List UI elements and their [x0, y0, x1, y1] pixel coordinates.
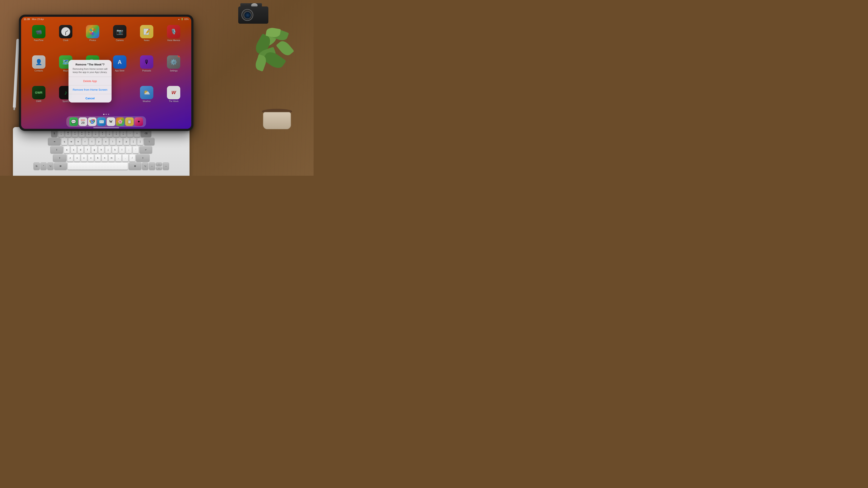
leaf — [276, 39, 294, 58]
camera-lens — [242, 9, 253, 21]
key-e[interactable]: e — [75, 138, 81, 145]
arrow-up-down-group: ↑ ↓ — [156, 162, 162, 170]
key-alt-left[interactable]: ⌥ — [48, 162, 54, 170]
key-alt-right[interactable]: ⌥ — [142, 162, 148, 170]
key-capslock[interactable]: ⇪ — [51, 146, 63, 153]
dialog-message: Removing from Home screen will keep the … — [68, 67, 112, 77]
keyboard-row-modifiers: fn ⌃ ⌥ ⌘ ⌘ ⌥ ← ↑ ↓ → — [15, 162, 187, 170]
key-d[interactable]: d — [78, 146, 84, 153]
key-a[interactable]: a — [64, 146, 70, 153]
key-u[interactable]: u — [103, 138, 109, 145]
dialog-title: Remove "The Week"? — [68, 60, 112, 67]
key-j[interactable]: j — [105, 146, 111, 153]
plant-decoration — [247, 26, 307, 133]
key-space[interactable] — [68, 162, 128, 170]
key-r[interactable]: r — [82, 138, 88, 145]
key-lshift[interactable]: ⇧ — [53, 154, 66, 161]
key-p[interactable]: p — [123, 138, 129, 145]
key-cmd-left[interactable]: ⌘ — [54, 162, 67, 170]
key-tab[interactable]: ⇥ — [48, 138, 61, 145]
key-z[interactable]: z — [67, 154, 73, 161]
key-slash[interactable]: / — [129, 154, 135, 161]
magic-keyboard: § !1 @2 #3 $4 %5 ^6 &7 *8 (9 )0 - = ⌫ ⇥ … — [13, 127, 190, 176]
key-cmd-right[interactable]: ⌘ — [129, 162, 141, 170]
key-quote[interactable]: ' — [133, 146, 139, 153]
key-y[interactable]: y — [96, 138, 102, 145]
key-enter[interactable]: ↵ — [140, 146, 152, 153]
key-arrow-left[interactable]: ← — [149, 162, 155, 170]
key-fn[interactable]: fn — [34, 162, 40, 170]
key-t[interactable]: t — [89, 138, 95, 145]
key-arrow-down[interactable]: ↓ — [156, 166, 162, 170]
camera-decoration — [236, 2, 271, 28]
key-period[interactable]: . — [122, 154, 128, 161]
key-l[interactable]: l — [119, 146, 125, 153]
key-f[interactable]: f — [85, 146, 90, 153]
key-k[interactable]: k — [112, 146, 118, 153]
key-m[interactable]: m — [108, 154, 115, 161]
keyboard-row-qwerty: ⇥ q w e r t y u i o p [ ] \ — [15, 138, 187, 145]
key-rshift[interactable]: ⇧ — [136, 154, 150, 161]
key-i[interactable]: i — [110, 138, 116, 145]
key-b[interactable]: b — [95, 154, 101, 161]
camera-body — [238, 6, 268, 24]
key-g[interactable]: g — [91, 146, 97, 153]
key-ctrl[interactable]: ⌃ — [40, 162, 46, 170]
key-x[interactable]: x — [74, 154, 80, 161]
plant-pot — [263, 112, 291, 129]
key-q[interactable]: q — [61, 138, 67, 145]
key-lbracket[interactable]: [ — [130, 138, 136, 145]
key-h[interactable]: h — [98, 146, 104, 153]
cancel-button[interactable]: Cancel — [68, 94, 112, 102]
ipad-screen: 11:39 Mon 29 Apr ▲ 🔋 83% 📹 FaceTime — [21, 17, 191, 129]
key-semicolon[interactable]: ; — [126, 146, 132, 153]
key-c[interactable]: c — [81, 154, 87, 161]
pencil-tip — [13, 107, 15, 110]
key-arrow-right[interactable]: → — [163, 162, 169, 170]
key-o[interactable]: o — [117, 138, 123, 145]
key-comma[interactable]: , — [116, 154, 122, 161]
key-arrow-up[interactable]: ↑ — [156, 162, 162, 166]
key-rbracket[interactable]: ] — [137, 138, 143, 145]
key-v[interactable]: v — [88, 154, 94, 161]
key-n[interactable]: n — [102, 154, 108, 161]
key-backslash[interactable]: \ — [144, 138, 154, 145]
context-menu-dialog: Remove "The Week"? Removing from Home sc… — [68, 60, 112, 102]
keyboard-row-zxcv: ⇧ z x c v b n m , . / ⇧ — [15, 154, 187, 161]
keyboard-row-asdf: ⇪ a s d f g h j k l ; ' ↵ — [15, 146, 187, 153]
key-s[interactable]: s — [71, 146, 77, 153]
camera-lens-inner — [244, 11, 251, 19]
delete-app-button[interactable]: Delete App — [68, 77, 112, 86]
remove-from-home-button[interactable]: Remove from Home Screen — [68, 86, 112, 94]
key-w[interactable]: w — [68, 138, 74, 145]
ipad-device: 11:39 Mon 29 Apr ▲ 🔋 83% 📹 FaceTime — [19, 14, 193, 131]
